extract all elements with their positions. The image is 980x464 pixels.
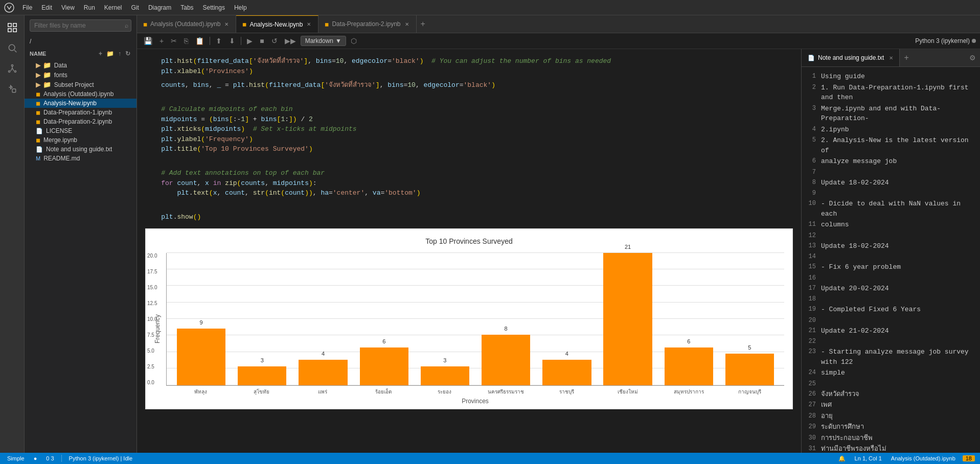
settings-gear-icon[interactable]: ⚙: [969, 54, 976, 62]
new-folder-icon[interactable]: 📁: [105, 49, 115, 58]
notes-line: 28อายุ: [802, 411, 980, 422]
file-list: ▶ 📁 Data ▶ 📁 fonts ▶ 📁 Subset Project ◼ …: [25, 60, 136, 453]
notes-line-number: 3: [806, 104, 816, 124]
tab-close-button[interactable]: ✕: [404, 20, 410, 28]
tab-close-button[interactable]: ✕: [223, 20, 230, 28]
menu-diagram[interactable]: Diagram: [144, 3, 175, 13]
status-language[interactable]: Python 3 (ipykernel) | Idle: [67, 455, 135, 461]
tab-label: Analysis-New.ipynb: [249, 21, 303, 28]
folder-icon: ▶ 📁: [36, 71, 51, 79]
notes-tab[interactable]: 📄 Note and using guide.txt ✕: [802, 49, 900, 66]
notes-close-button[interactable]: ✕: [889, 55, 893, 61]
sidebar-item-merge[interactable]: ◼ Merge.ipynb: [25, 135, 136, 145]
sidebar-item-fonts[interactable]: ▶ 📁 fonts: [25, 70, 136, 80]
tab-analysis-new[interactable]: ◼ Analysis-New.ipynb ✕: [236, 15, 318, 33]
sidebar-item-readme[interactable]: M README.md: [25, 154, 136, 163]
run-button[interactable]: ▶: [244, 35, 255, 47]
sidebar-item-notes[interactable]: 📄 Note and using guide.txt: [25, 145, 136, 154]
notes-line-text: Merge.ipynb and end with Data-Preparatio…: [821, 104, 976, 124]
sidebar-item-dataprep2[interactable]: ◼ Data-Preparation-2.ipynb: [25, 117, 136, 126]
menu-settings[interactable]: Settings: [199, 3, 229, 13]
notes-line-text: analyze message job: [821, 156, 897, 167]
paste-button[interactable]: 📋: [193, 35, 207, 47]
filter-input[interactable]: [30, 19, 131, 32]
chart-bar: 4: [299, 360, 347, 385]
editor-area: ◼ Analysis (Outdated).ipynb ✕ ◼ Analysis…: [137, 15, 980, 453]
chart-bar-value: 4: [299, 351, 347, 357]
notes-line-text: simple: [821, 368, 845, 378]
run-all-button[interactable]: ▶▶: [282, 35, 299, 47]
cut-button[interactable]: ✂: [168, 35, 179, 47]
kernel-status: Python 3 (ipykernel): [915, 37, 976, 44]
git-icon[interactable]: [4, 60, 20, 77]
notes-line-text: 2.ipynb: [821, 125, 849, 135]
sidebar-item-analysis-new[interactable]: ◼ Analysis-New.ipynb: [25, 99, 136, 108]
notes-line: 18: [802, 294, 980, 304]
search-icon[interactable]: [4, 40, 20, 56]
status-cursor: Ln 1, Col 1: [853, 455, 884, 461]
menu-view[interactable]: View: [57, 3, 79, 13]
svg-rect-4: [13, 29, 16, 32]
status-badge: 18: [963, 455, 975, 461]
sidebar-item-dataprep1[interactable]: ◼ Data-Preparation-1.ipynb: [25, 108, 136, 117]
restart-button[interactable]: ↺: [269, 35, 280, 47]
sidebar-item-license[interactable]: 📄 LICENSE: [25, 126, 136, 135]
notes-line: 19- Completed Fixed 6 Years: [802, 304, 980, 315]
menu-help[interactable]: Help: [230, 3, 251, 13]
new-file-icon[interactable]: +: [98, 49, 103, 58]
chart-x-label-item: ระยอง: [414, 388, 475, 396]
tab-close-button[interactable]: ✕: [306, 20, 312, 28]
extensions-icon[interactable]: [4, 81, 20, 97]
menubar: File Edit View Run Kernel Git Diagram Ta…: [0, 0, 980, 15]
folder-icon: ▶ 📁: [36, 81, 51, 88]
stop-button[interactable]: ■: [257, 35, 266, 47]
sidebar-item-data[interactable]: ▶ 📁 Data: [25, 60, 136, 70]
add-cell-button[interactable]: +: [157, 35, 166, 47]
status-sep: [61, 455, 62, 462]
tab-dataprep2[interactable]: ◼ Data-Preparation-2.ipynb ✕: [318, 15, 416, 33]
notes-line-number: 23: [806, 347, 816, 367]
sidebar-item-analysis-outdated[interactable]: ◼ Analysis (Outdated).ipynb: [25, 89, 136, 99]
chart-bar-value: 8: [482, 326, 530, 332]
new-tab-button[interactable]: +: [417, 19, 429, 29]
code-editor[interactable]: plt.hist(filtered_data['จังหวัดที่สำรวจ'…: [137, 49, 801, 453]
move-down-button[interactable]: ⬇: [226, 35, 238, 47]
chart-bar-group: 8: [475, 253, 536, 385]
upload-icon[interactable]: ↑: [117, 49, 122, 58]
explorer-icon[interactable]: [4, 19, 20, 36]
chart-x-label-item: สมุทรปราการ: [658, 388, 719, 396]
svg-rect-3: [8, 29, 11, 32]
chart-bar-value: 21: [603, 244, 652, 250]
menu-kernel[interactable]: Kernel: [100, 3, 126, 13]
notes-line-number: 25: [806, 379, 816, 388]
chart-bar-group: 5: [719, 253, 780, 385]
status-bell[interactable]: 🔔: [836, 455, 848, 462]
svg-point-7: [11, 65, 13, 66]
svg-point-9: [14, 71, 16, 72]
status-mode[interactable]: Simple: [5, 455, 27, 461]
stop2-button[interactable]: ⬡: [348, 35, 359, 47]
notes-line-text: 1. Run Data-Preparation-1.ipynb first an…: [821, 83, 976, 103]
notes-line-number: 5: [806, 135, 816, 155]
menu-run[interactable]: Run: [80, 3, 99, 13]
sidebar-item-subset[interactable]: ▶ 📁 Subset Project: [25, 80, 136, 89]
move-up-button[interactable]: ⬆: [213, 35, 224, 47]
notes-tab-label: Note and using guide.txt: [818, 54, 884, 61]
notes-add-tab-button[interactable]: +: [900, 53, 913, 62]
mode-dropdown[interactable]: Markdown ▼: [301, 36, 346, 46]
menu-edit[interactable]: Edit: [37, 3, 56, 13]
notes-line: 1Using guide: [802, 71, 980, 82]
save-button[interactable]: 💾: [141, 35, 155, 47]
refresh-icon[interactable]: ↻: [124, 49, 131, 58]
menu-git[interactable]: Git: [127, 3, 143, 13]
notes-line: 27เพศ: [802, 400, 980, 411]
copy-button[interactable]: ⎘: [181, 35, 191, 47]
menu-tabs[interactable]: Tabs: [176, 3, 197, 13]
tab-analysis-outdated[interactable]: ◼ Analysis (Outdated).ipynb ✕: [137, 15, 236, 33]
tab-bar: ◼ Analysis (Outdated).ipynb ✕ ◼ Analysis…: [137, 15, 980, 33]
notes-line: 20: [802, 315, 980, 326]
menu-file[interactable]: File: [18, 3, 36, 13]
chart-bar: 4: [542, 360, 591, 385]
notebook-icon: ◼: [36, 137, 40, 144]
notes-line-text: Update 18-02-2024: [821, 241, 889, 251]
